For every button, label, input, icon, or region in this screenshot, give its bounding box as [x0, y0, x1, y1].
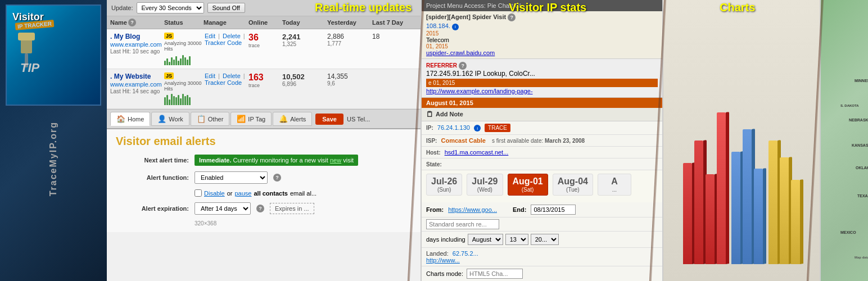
bar-chart [677, 107, 806, 270]
from-url[interactable]: https://www.goo... [448, 206, 497, 213]
col-status: Status [164, 19, 204, 26]
ip-info-icon-2[interactable]: i [474, 125, 481, 132]
timeline-cell-4[interactable]: A ... [598, 174, 631, 196]
spider-label: [spider][Agent] Spider Visit [426, 13, 506, 20]
tab-alerts[interactable]: 🔔 Alerts [273, 112, 312, 126]
bar-7 [754, 169, 763, 264]
map-label-mexico: MEXICO [840, 230, 856, 234]
host-row: Host: hsd1.ma.comcast.net... [422, 147, 662, 158]
search-input[interactable] [426, 219, 499, 229]
charts-mode-input[interactable] [467, 269, 523, 279]
bar-8 [768, 140, 777, 264]
save-button[interactable]: Save [315, 114, 343, 125]
tab-other[interactable]: 📋 Other [191, 112, 230, 126]
site-url-1[interactable]: www.example.com [110, 41, 162, 48]
logo-panel: Visitor IP TRACKER TIP TraceMyIP.org [0, 0, 107, 281]
year-select[interactable]: 20... [531, 234, 559, 245]
new-visit-link[interactable]: new [330, 157, 341, 164]
referrer-ip: 172.245.91.162 IP Lookup, ColoCr... [426, 70, 658, 78]
col-name: Name ? [110, 19, 164, 26]
tracker-code-link-2[interactable]: Tracker Code [205, 79, 242, 86]
edit-link-1[interactable]: Edit [205, 33, 215, 39]
tab-alerts-label: Alerts [290, 116, 306, 123]
disable-link[interactable]: Disable [204, 190, 225, 197]
sound-off-button[interactable]: Sound Off [207, 3, 245, 13]
alert-function-row: Alert function: EnabledDisabled ? [116, 171, 412, 184]
bar-5 [731, 152, 740, 264]
bar-4 [717, 112, 726, 264]
edit-link-2[interactable]: Edit [205, 72, 215, 79]
tab-home[interactable]: 🏠 Home [110, 112, 150, 126]
col-yesterday: Yesterday [327, 19, 372, 26]
alert-function-label: Alert function: [116, 174, 189, 181]
landed-url[interactable]: http://www... [426, 257, 658, 264]
timeline-cell-1[interactable]: Jul-29 (Wed) [467, 174, 503, 196]
tab-work[interactable]: 👤 Work [151, 112, 189, 126]
js-badge-2: JS [164, 72, 174, 79]
map-label-nebraska: NEBRASKA [849, 118, 868, 122]
referrer-label: REFERRER [426, 62, 457, 69]
month-select[interactable]: August [468, 234, 503, 245]
ip-info-icon[interactable]: i [452, 24, 459, 30]
referrer-url[interactable]: http://www.example.com/landing-page- [426, 88, 533, 94]
disable-checkbox[interactable] [195, 189, 202, 197]
delete-link-1[interactable]: Delete [223, 33, 241, 39]
bar-group-blue3 [754, 169, 763, 264]
map-label-sdakota: S. DAKOTA [840, 104, 859, 107]
landed-label: Landed: [426, 250, 449, 257]
timeline-cell-2[interactable]: Aug-01 (Sat) [508, 174, 548, 196]
tab-other-label: Other [208, 116, 224, 123]
bar-9 [780, 157, 789, 264]
svg-text:TIP: TIP [20, 61, 40, 73]
last7-count-1: 18 [372, 33, 417, 40]
state-row: State: [422, 158, 662, 170]
work-icon: 👤 [157, 115, 166, 123]
day-select[interactable]: 13 [505, 234, 528, 245]
trace-label-2: trace [248, 83, 282, 88]
host-value[interactable]: hsd1.ma.comcast.net... [445, 149, 509, 156]
manage-links-2: Edit | Delete | Tracker Code [204, 72, 248, 86]
analyzing-text-1: Analyzing 30000 Hits [164, 40, 204, 52]
analyzing-text-2: Analyzing 30000 Hits [164, 80, 204, 92]
main-content: Update: Every 30 SecondsEvery 60 Seconds… [107, 0, 868, 281]
online-count-2: 163 [248, 72, 282, 83]
landed-ip: 62.75.2... [453, 250, 478, 257]
site-url-2[interactable]: www.example.com [110, 81, 162, 88]
alert-function-select[interactable]: EnabledDisabled [195, 171, 268, 184]
alerts-title: Visitor email alerts [116, 135, 412, 148]
tracker-code-link-1[interactable]: Tracker Code [205, 39, 242, 46]
map-label-minnesota: MINNESOTA [855, 79, 868, 83]
topbar: Update: Every 30 SecondsEvery 60 Seconds… [107, 0, 421, 16]
delete-link-2[interactable]: Delete [223, 72, 241, 79]
spider-section: [spider][Agent] Spider Visit ? 108.184. … [422, 11, 662, 59]
spider-url[interactable]: uspider-.crawl.baidu.com [426, 49, 495, 56]
size-indicator: 320×368 [195, 220, 412, 226]
landed-row: Landed: 62.75.2... http://www... [422, 248, 662, 266]
bar-group-red [683, 163, 692, 264]
pause-link[interactable]: pause [234, 190, 251, 197]
timeline-cell-3[interactable]: Aug-04 (Tue) [553, 174, 593, 196]
expiration-select[interactable]: After 14 daysAfter 7 daysAfter 30 days [195, 202, 251, 215]
bar-3 [706, 174, 715, 264]
map-label-oklahoma: OKLAHOMA [856, 166, 868, 170]
end-label: End: [513, 206, 526, 213]
update-interval-select[interactable]: Every 30 SecondsEvery 60 SecondsEvery 5 … [137, 2, 204, 13]
charts-panel [663, 0, 821, 281]
today-count-2: 10,502 [282, 72, 327, 81]
col-last7: Last 7 Day [372, 19, 417, 26]
add-note-bar: 🗒 Add Note [422, 108, 662, 121]
online-count-1: 36 [248, 33, 282, 43]
bar-group-red3 [706, 174, 715, 264]
referrer-help-icon: ? [459, 62, 467, 70]
table-row: . My Blog www.example.com Last Hit: 10 s… [107, 29, 421, 69]
sidebar-brand-label: TraceMyIP.org [48, 121, 58, 196]
next-alert-label: Next alert time: [116, 157, 189, 164]
timeline-cell-0[interactable]: Jul-26 (Sun) [426, 174, 462, 196]
site-name-1: . My Blog [110, 33, 164, 40]
end-date-input[interactable] [531, 205, 576, 215]
trace-button[interactable]: TRACE [485, 124, 510, 132]
yest-count-2: 14,355 [327, 72, 372, 80]
bar-1 [683, 163, 692, 264]
tab-ip-tag[interactable]: 📶 IP Tag [230, 112, 272, 126]
referrer-date: e 01, 2015 [426, 79, 658, 87]
